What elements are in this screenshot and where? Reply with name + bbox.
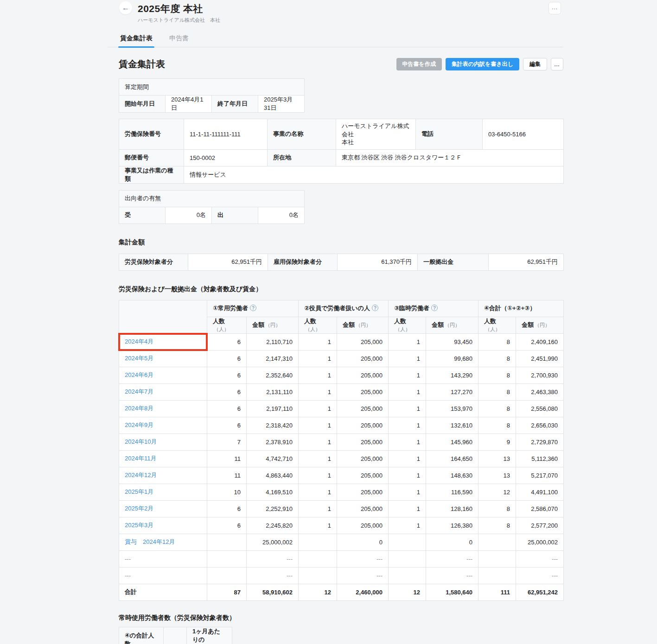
- tab-wage-summary[interactable]: 賃金集計表: [119, 32, 153, 47]
- cell-value: 148,630: [426, 467, 478, 484]
- row-label-cell: 2024年5月: [119, 350, 207, 367]
- cell-value: ---: [516, 550, 564, 567]
- cell-value: [478, 550, 516, 567]
- help-icon[interactable]: ?: [250, 305, 256, 311]
- cell-value: 2,463,380: [516, 383, 564, 400]
- help-icon[interactable]: ?: [431, 305, 438, 311]
- row-label-cell: 2024年9月: [119, 417, 207, 434]
- cell-value: 1: [299, 517, 337, 534]
- create-report-button[interactable]: 申告書を作成: [396, 58, 442, 70]
- cell-value: 205,000: [337, 500, 389, 517]
- month-link[interactable]: 2025年2月: [125, 505, 153, 512]
- tab-report[interactable]: 申告書: [168, 32, 190, 47]
- month-link[interactable]: 2024年9月: [125, 421, 153, 428]
- cell-value: 2,131,110: [247, 383, 299, 400]
- count-header: 人数（人）: [299, 317, 337, 333]
- header-more-button[interactable]: …: [549, 2, 561, 14]
- cell-value: 13: [478, 450, 516, 467]
- rousai-label: 労災保険対象者分: [119, 254, 188, 270]
- postal-value: 150-0002: [184, 149, 268, 166]
- back-button[interactable]: ←: [119, 1, 132, 14]
- wage-table: ①常用労働者? ②役員で労働者扱いの人? ③臨時労働者? ④合計（①+②+③） …: [119, 300, 564, 601]
- title-block: 2025年度 本社 ハーモストライアル株式会社 本社: [119, 2, 657, 24]
- window-subtitle: ハーモストライアル株式会社 本社: [138, 17, 657, 24]
- cell-value: 8: [478, 400, 516, 417]
- cell-value: ---: [337, 567, 389, 584]
- row-label-cell: 2025年2月: [119, 500, 207, 517]
- month-link[interactable]: 2025年3月: [125, 522, 153, 529]
- cell-value: 205,000: [337, 434, 389, 450]
- month-link[interactable]: 2024年10月: [125, 438, 157, 445]
- page-head: 賃金集計表 申告書を作成 集計表の内訳を書き出し 編集 …: [119, 58, 563, 70]
- cell-value: [207, 567, 247, 584]
- table-row: 2025年3月62,245,8201205,0001126,38082,577,…: [119, 517, 564, 534]
- cell-value: [478, 567, 516, 584]
- table-row: ---------------: [119, 550, 564, 567]
- business-name-label: 事業の名称: [268, 119, 336, 150]
- cell-value: 2,352,640: [247, 367, 299, 383]
- group-officer-workers: ②役員で労働者扱いの人?: [299, 300, 389, 317]
- month-link[interactable]: 2024年8月: [125, 405, 153, 412]
- month-link[interactable]: 賞与 2024年12月: [125, 538, 175, 545]
- table-row: 2024年10月72,378,9101205,0001145,96092,729…: [119, 434, 564, 450]
- cell-value: [299, 550, 337, 567]
- cell-value: 1: [299, 333, 337, 350]
- month-link[interactable]: 2024年12月: [125, 472, 157, 478]
- page-title: 賃金集計表: [119, 58, 165, 70]
- total-cell: 1,580,640: [426, 584, 478, 600]
- corner-cell: [119, 300, 207, 333]
- export-breakdown-button[interactable]: 集計表の内訳を書き出し: [446, 58, 519, 70]
- window-title: 2025年度 本社: [138, 2, 657, 15]
- group-label: ④合計（①+②+③）: [484, 305, 536, 312]
- total-cell: 12: [389, 584, 426, 600]
- dispatch-table: 出向者の有無 受 0名 出 0名: [119, 190, 305, 224]
- table-row: 2025年1月104,169,5101205,0001116,590124,49…: [119, 484, 564, 500]
- cell-value: 205,000: [337, 333, 389, 350]
- cell-value: ---: [426, 567, 478, 584]
- month-link[interactable]: 2024年7月: [125, 388, 153, 395]
- amount-header: 金額（円）: [337, 317, 389, 333]
- cell-value: 2,700,930: [516, 367, 564, 383]
- row-label-cell: 2025年3月: [119, 517, 207, 534]
- cell-value: 1: [389, 417, 426, 434]
- month-link[interactable]: 2024年11月: [125, 455, 156, 462]
- cell-value: 6: [207, 367, 247, 383]
- count-header: 人数（人）: [389, 317, 426, 333]
- dispatch-receive-label: 受: [119, 207, 166, 223]
- address-label: 所在地: [268, 149, 336, 166]
- cell-value: [389, 534, 426, 550]
- month-link[interactable]: 2024年4月: [125, 338, 153, 345]
- cell-value: 6: [207, 333, 247, 350]
- cell-value: 205,000: [337, 417, 389, 434]
- cell-value: 132,610: [426, 417, 478, 434]
- month-link[interactable]: 2024年5月: [125, 355, 153, 362]
- group-total: ④合計（①+②+③）: [478, 300, 564, 317]
- cell-value: 6: [207, 500, 247, 517]
- edit-button[interactable]: 編集: [523, 58, 547, 70]
- cell-value: 8: [478, 500, 516, 517]
- dispatch-title: 出向者の有無: [119, 190, 305, 207]
- business-name-value: ハーモストライアル株式会社 本社: [336, 119, 416, 150]
- insurance-no-value: 11-1-11-111111-111: [184, 119, 268, 150]
- more-button[interactable]: …: [551, 58, 563, 70]
- start-date-label: 開始年月日: [119, 96, 166, 113]
- cell-value: 9: [478, 434, 516, 450]
- cell-value: 205,000: [337, 400, 389, 417]
- cell-value: 2,252,910: [247, 500, 299, 517]
- cell-value: 8: [478, 517, 516, 534]
- cell-value: 5,217,070: [516, 467, 564, 484]
- month-link[interactable]: 2024年6月: [125, 371, 153, 378]
- cell-value: 128,160: [426, 500, 478, 517]
- cell-value: 2,586,070: [516, 500, 564, 517]
- cell-value: 2,451,990: [516, 350, 564, 367]
- dispatch-send-label: 出: [212, 207, 258, 223]
- table-row: 2024年9月62,318,4201205,0001132,61082,656,…: [119, 417, 564, 434]
- month-link[interactable]: 2025年1月: [125, 488, 153, 495]
- count-header: 人数（人）: [207, 317, 247, 333]
- help-icon[interactable]: ?: [372, 305, 378, 311]
- cell-value: 1: [299, 450, 337, 467]
- table-row: ---------------: [119, 567, 564, 584]
- cell-value: [207, 534, 247, 550]
- postal-label: 郵便番号: [119, 149, 184, 166]
- cell-value: 2,110,710: [247, 333, 299, 350]
